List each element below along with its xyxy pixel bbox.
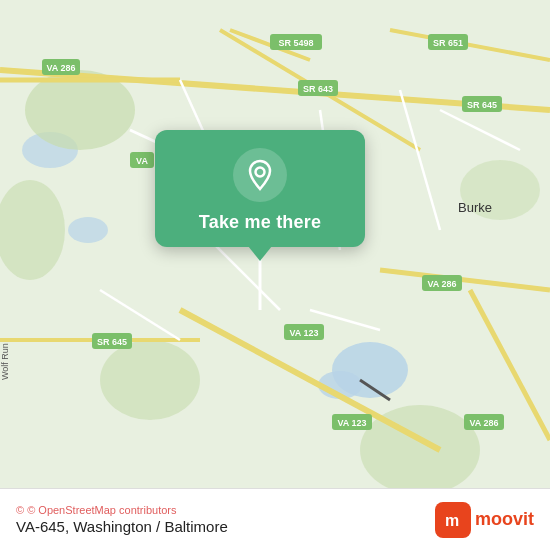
svg-text:SR 645: SR 645 [467, 100, 497, 110]
svg-text:VA 286: VA 286 [469, 418, 498, 428]
svg-text:SR 645: SR 645 [97, 337, 127, 347]
moovit-logo-mark: m [435, 502, 471, 538]
svg-text:VA: VA [136, 156, 148, 166]
popup-card: Take me there [155, 130, 365, 247]
location-pin-icon [244, 159, 276, 191]
copyright-text: © © OpenStreetMap contributors [16, 504, 435, 516]
svg-text:SR 5498: SR 5498 [278, 38, 313, 48]
moovit-logo-text: moovit [475, 509, 534, 530]
moovit-logo: m moovit [435, 502, 534, 538]
svg-text:Wolf Run: Wolf Run [0, 343, 10, 380]
copyright-symbol: © [16, 504, 24, 516]
svg-text:SR 643: SR 643 [303, 84, 333, 94]
svg-text:Burke: Burke [458, 200, 492, 215]
svg-point-7 [100, 340, 200, 420]
svg-text:VA 286: VA 286 [427, 279, 456, 289]
map-container: SR 5498 SR 651 VA 286 SR 643 SR 645 VA B… [0, 0, 550, 550]
map-background: SR 5498 SR 651 VA 286 SR 643 SR 645 VA B… [0, 0, 550, 550]
svg-text:SR 651: SR 651 [433, 38, 463, 48]
svg-point-53 [256, 168, 265, 177]
take-me-there-button[interactable]: Take me there [199, 212, 321, 233]
osm-contributors: © OpenStreetMap contributors [27, 504, 176, 516]
svg-text:m: m [445, 512, 459, 529]
location-icon-wrap [233, 148, 287, 202]
location-label: VA-645, Washington / Baltimore [16, 518, 435, 535]
svg-text:VA 286: VA 286 [46, 63, 75, 73]
moovit-m-icon: m [441, 508, 465, 532]
svg-point-4 [68, 217, 108, 243]
bottom-bar: © © OpenStreetMap contributors VA-645, W… [0, 488, 550, 550]
svg-text:VA 123: VA 123 [289, 328, 318, 338]
svg-text:VA 123: VA 123 [337, 418, 366, 428]
